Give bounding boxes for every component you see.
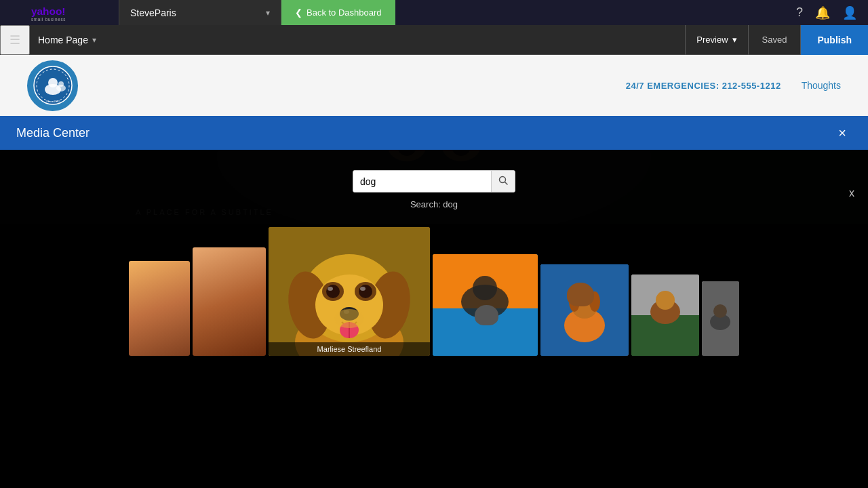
media-center-header: Media Center × bbox=[0, 116, 868, 150]
image-thumbnail[interactable] bbox=[129, 261, 190, 356]
search-button[interactable] bbox=[491, 171, 515, 192]
help-icon[interactable]: ? bbox=[796, 5, 803, 20]
svg-text:small business: small business bbox=[31, 16, 66, 21]
top-bar: yahoo! small business SteveParis ▾ ❮ Bac… bbox=[0, 0, 868, 25]
svg-point-5 bbox=[48, 78, 58, 87]
svg-point-44 bbox=[473, 276, 497, 300]
svg-rect-42 bbox=[433, 308, 538, 356]
svg-point-49 bbox=[589, 291, 600, 312]
top-right-icons: ? 🔔 👤 bbox=[796, 5, 868, 20]
search-area: x Search: dog bbox=[0, 150, 868, 220]
svg-point-56 bbox=[713, 304, 727, 318]
svg-point-48 bbox=[569, 291, 580, 312]
featured-image[interactable]: Marliese Streefland bbox=[269, 227, 430, 356]
svg-point-34 bbox=[359, 285, 372, 298]
svg-point-40 bbox=[334, 309, 364, 328]
images-grid: Marliese Streefland bbox=[0, 220, 868, 356]
image-thumbnail[interactable] bbox=[702, 281, 739, 356]
image-thumbnail[interactable] bbox=[193, 247, 266, 356]
svg-point-53 bbox=[656, 291, 675, 310]
thoughts-link[interactable]: Thoughts bbox=[802, 80, 841, 91]
image-thumbnail[interactable] bbox=[540, 264, 629, 356]
image-thumbnail[interactable] bbox=[631, 274, 699, 356]
site-selector[interactable]: SteveParis ▾ bbox=[119, 0, 281, 25]
search-input[interactable] bbox=[353, 171, 491, 192]
editor-bar: ☰ Home Page ▾ Preview ▾ Saved Publish bbox=[0, 25, 868, 55]
preview-arrow-icon: ▾ bbox=[732, 35, 737, 45]
notification-icon[interactable]: 🔔 bbox=[815, 5, 830, 20]
emergency-text: 24/7 EMERGENCIES: 212-555-1212 bbox=[626, 81, 781, 91]
search-bar bbox=[353, 170, 515, 192]
saved-status: Saved bbox=[749, 25, 802, 55]
preview-label: Preview bbox=[696, 35, 728, 45]
site-nav: 24/7 EMERGENCIES: 212-555-1212 Thoughts bbox=[626, 80, 841, 91]
svg-point-32 bbox=[328, 287, 333, 291]
site-logo: Since 1982 bbox=[27, 60, 78, 111]
site-header: Since 1982 24/7 EMERGENCIES: 212-555-121… bbox=[0, 55, 868, 116]
media-center-close-button[interactable]: × bbox=[833, 123, 852, 144]
svg-point-31 bbox=[326, 285, 340, 298]
back-to-dashboard-button[interactable]: ❮ Back to Dashboard bbox=[281, 0, 395, 25]
svg-text:Since 1982: Since 1982 bbox=[45, 100, 60, 103]
svg-line-23 bbox=[505, 182, 508, 185]
user-icon[interactable]: 👤 bbox=[842, 5, 857, 20]
yahoo-logo: yahoo! small business bbox=[0, 0, 119, 25]
page-selector[interactable]: Home Page ▾ bbox=[30, 35, 104, 45]
image-thumbnail[interactable] bbox=[433, 254, 538, 356]
search-query-label: Search: dog bbox=[410, 199, 458, 209]
chevron-down-icon: ▾ bbox=[266, 8, 270, 18]
page-arrow-icon: ▾ bbox=[92, 35, 96, 45]
page-label-text: Home Page bbox=[38, 35, 88, 45]
svg-point-35 bbox=[360, 287, 366, 291]
hamburger-button[interactable]: ☰ bbox=[0, 25, 30, 55]
dismiss-x-button[interactable]: x bbox=[849, 187, 854, 199]
preview-button[interactable]: Preview ▾ bbox=[685, 25, 748, 55]
back-arrow-icon: ❮ bbox=[295, 7, 302, 18]
publish-button[interactable]: Publish bbox=[801, 25, 868, 55]
back-to-dashboard-label: Back to Dashboard bbox=[307, 7, 382, 18]
media-center-panel: Media Center × x Search: dog bbox=[0, 116, 868, 488]
svg-text:yahoo!: yahoo! bbox=[31, 5, 65, 16]
featured-image-caption: Marliese Streefland bbox=[269, 342, 430, 356]
site-selector-name: SteveParis bbox=[130, 7, 260, 18]
media-center-title: Media Center bbox=[16, 126, 90, 140]
website-preview: Since 1982 24/7 EMERGENCIES: 212-555-121… bbox=[0, 55, 868, 488]
svg-point-7 bbox=[58, 81, 64, 87]
